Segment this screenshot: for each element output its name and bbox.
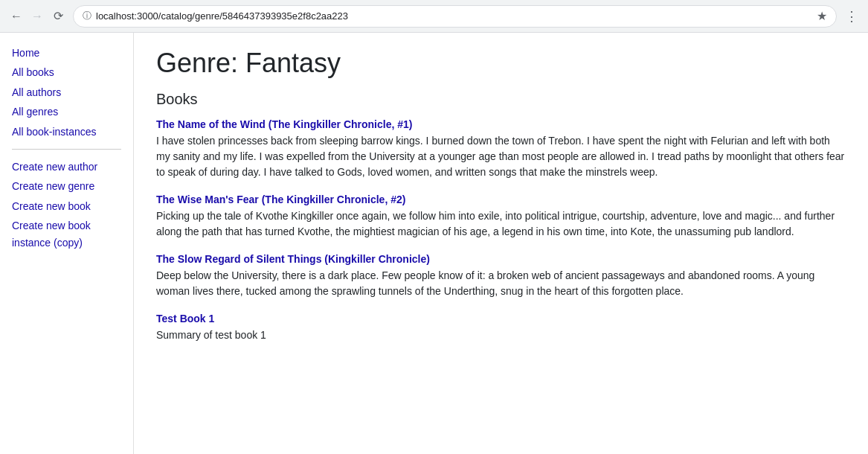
- forward-button[interactable]: →: [28, 7, 46, 25]
- browser-menu-button[interactable]: ⋮: [843, 7, 861, 25]
- page-layout: Home All books All authors All genres Al…: [0, 33, 868, 454]
- page-title: Genre: Fantasy: [156, 48, 846, 79]
- url-input[interactable]: [96, 10, 812, 22]
- sidebar-item-all-book-instances[interactable]: All book-instances: [12, 124, 121, 140]
- book-title-link-1[interactable]: The Name of the Wind (The Kingkiller Chr…: [156, 118, 846, 130]
- book-summary-1: I have stolen princesses back from sleep…: [156, 133, 846, 180]
- book-entry-3: The Slow Regard of Silent Things (Kingki…: [156, 253, 846, 299]
- reload-button[interactable]: ⟳: [49, 7, 67, 25]
- sidebar-item-all-books[interactable]: All books: [12, 64, 121, 80]
- book-summary-4: Summary of test book 1: [156, 327, 846, 343]
- bookmark-icon[interactable]: ★: [817, 9, 827, 23]
- sidebar-item-create-author[interactable]: Create new author: [12, 159, 121, 175]
- book-entry-4: Test Book 1 Summary of test book 1: [156, 313, 846, 343]
- books-section-title: Books: [156, 91, 846, 108]
- lock-icon: ⓘ: [83, 10, 91, 22]
- back-button[interactable]: ←: [7, 7, 25, 25]
- book-title-link-4[interactable]: Test Book 1: [156, 313, 846, 324]
- book-entry-1: The Name of the Wind (The Kingkiller Chr…: [156, 118, 846, 180]
- book-summary-2: Picking up the tale of Kvothe Kingkiller…: [156, 208, 846, 240]
- main-content: Genre: Fantasy Books The Name of the Win…: [134, 33, 868, 454]
- book-summary-3: Deep below the University, there is a da…: [156, 268, 846, 299]
- book-title-link-3[interactable]: The Slow Regard of Silent Things (Kingki…: [156, 253, 846, 265]
- sidebar-item-all-authors[interactable]: All authors: [12, 84, 121, 100]
- sidebar-item-create-genre[interactable]: Create new genre: [12, 178, 121, 194]
- sidebar-divider: [12, 149, 121, 150]
- sidebar-item-all-genres[interactable]: All genres: [12, 103, 121, 120]
- address-bar[interactable]: ⓘ ★: [73, 5, 837, 28]
- book-title-link-2[interactable]: The Wise Man's Fear (The Kingkiller Chro…: [156, 194, 846, 205]
- book-entry-2: The Wise Man's Fear (The Kingkiller Chro…: [156, 194, 846, 240]
- nav-buttons: ← → ⟳: [7, 7, 67, 25]
- sidebar: Home All books All authors All genres Al…: [0, 33, 134, 454]
- sidebar-item-home[interactable]: Home: [12, 45, 121, 61]
- sidebar-item-create-book[interactable]: Create new book: [12, 198, 121, 214]
- sidebar-item-create-book-instance[interactable]: Create new book instance (copy): [12, 217, 121, 251]
- browser-chrome: ← → ⟳ ⓘ ★ ⋮: [0, 0, 868, 33]
